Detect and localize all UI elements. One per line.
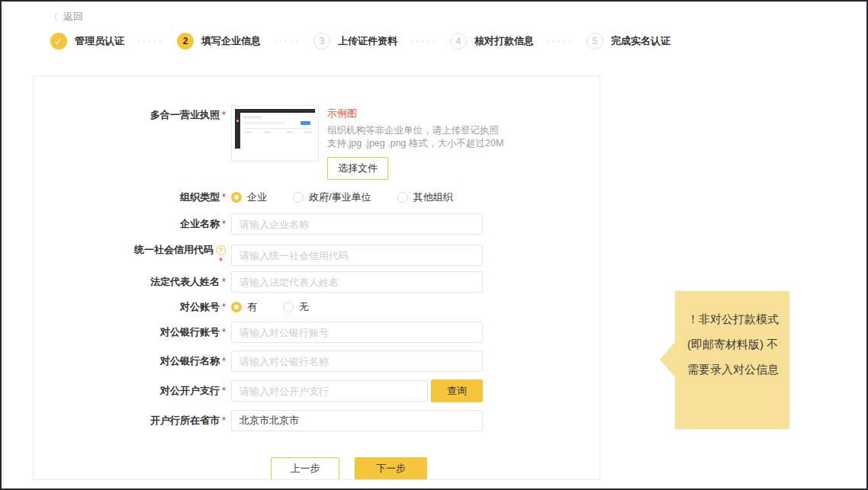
credit-code-row: 统一社会信用代码 ? * [34, 244, 600, 267]
previous-step-button[interactable]: 上一步 [271, 457, 339, 480]
required-asterisk: * [222, 415, 226, 426]
radio-org-government[interactable]: 政府/事业单位 [293, 191, 371, 204]
required-asterisk: * [222, 218, 226, 229]
step-complete-verification: 5 完成实名认证 [587, 33, 670, 50]
tooltip-text: ！非对公打款模式 (即邮寄材料版) 不需要录入对公信息 [687, 306, 780, 382]
step-separator-dots: ····· [410, 36, 437, 46]
step-number-3: 3 [313, 33, 330, 50]
choose-file-button[interactable]: 选择文件 [327, 157, 388, 180]
bank-branch-label: 对公开户支行* [34, 385, 231, 397]
radio-selected-icon [231, 192, 242, 203]
license-upload-row: 多合一营业执照* 示例图 组织机构等非企业单位，请上传登记执照 [34, 105, 600, 180]
step-label: 填写企业信息 [201, 34, 261, 48]
stepper: ✓ 管理员认证 ····· 2 填写企业信息 ····· 3 上传证件资料 ··… [50, 33, 670, 50]
radio-selected-icon [231, 302, 242, 312]
legal-person-label: 法定代表人姓名* [34, 276, 231, 288]
bank-name-row: 对公银行名称* [34, 351, 600, 372]
license-label: 多合一营业执照* [34, 105, 231, 121]
enterprise-verification-page: 〈 返回 ✓ 管理员认证 ····· 2 填写企业信息 ····· 3 上传证件… [0, 0, 868, 490]
radio-account-yes[interactable]: 有 [231, 300, 257, 314]
step-label: 管理员认证 [75, 34, 124, 48]
bank-region-input[interactable] [231, 410, 483, 431]
step-admin-verified: ✓ 管理员认证 [50, 33, 124, 50]
org-type-label: 组织类型* [34, 191, 231, 203]
radio-icon [397, 192, 408, 203]
bank-name-input[interactable] [231, 351, 483, 372]
corporate-account-label: 对公账号* [34, 301, 231, 313]
radio-org-enterprise[interactable]: 企业 [231, 191, 267, 204]
company-name-label: 企业名称* [34, 218, 231, 230]
step-label: 上传证件资料 [338, 34, 397, 48]
step-number-5: 5 [587, 33, 603, 50]
credit-code-input[interactable] [231, 245, 483, 266]
legal-person-row: 法定代表人姓名* [34, 271, 600, 293]
bank-account-label: 对公银行账号* [34, 326, 231, 338]
required-asterisk: * [222, 109, 226, 120]
bank-name-label: 对公银行名称* [34, 355, 231, 367]
bank-account-input[interactable] [231, 322, 483, 343]
chevron-left-icon: 〈 [49, 11, 58, 24]
tooltip-callout: ！非对公打款模式 (即邮寄材料版) 不需要录入对公信息 [675, 291, 789, 429]
next-step-button[interactable]: 下一步 [355, 457, 427, 480]
radio-org-other[interactable]: 其他组织 [397, 191, 453, 204]
bank-region-label: 开户行所在省市* [34, 415, 231, 427]
required-asterisk: * [222, 301, 226, 312]
step-number-2: 2 [177, 33, 194, 50]
form-actions: 上一步 下一步 [271, 457, 600, 480]
tooltip-arrow-left [660, 342, 675, 377]
step-number-4: 4 [450, 33, 467, 50]
required-asterisk: * [222, 276, 226, 287]
company-name-row: 企业名称* [34, 213, 600, 235]
required-asterisk: * [222, 191, 226, 203]
radio-account-no[interactable]: 无 [283, 300, 309, 314]
step-label: 完成实名认证 [611, 34, 670, 48]
step-separator-dots: ····· [137, 36, 164, 46]
radio-icon [293, 192, 304, 203]
legal-person-input[interactable] [231, 271, 483, 293]
corporate-account-row: 对公账号* 有 无 [34, 300, 600, 314]
check-icon: ✓ [50, 33, 67, 50]
company-name-input[interactable] [231, 213, 483, 235]
bank-branch-row: 对公开户支行* 查询 [34, 380, 600, 402]
help-question-icon[interactable]: ? [216, 245, 226, 255]
bank-branch-input[interactable] [231, 380, 428, 402]
back-label: 返回 [63, 10, 83, 24]
org-type-row: 组织类型* 企业 政府/事业单位 其他组织 [34, 191, 600, 204]
required-asterisk: * [222, 355, 226, 367]
sample-image-link[interactable]: 示例图 [327, 107, 503, 120]
license-hint: 组织机构等非企业单位，请上传登记执照 支持.jpg .jpeg .png 格式，… [327, 124, 503, 150]
credit-code-label: 统一社会信用代码 ? * [34, 244, 231, 267]
required-asterisk: * [222, 326, 226, 338]
license-sample-thumbnail [231, 105, 319, 162]
query-button[interactable]: 查询 [431, 380, 483, 402]
back-button[interactable]: 〈 返回 [49, 10, 83, 24]
radio-icon [283, 302, 294, 312]
step-company-info: 2 填写企业信息 [177, 33, 261, 50]
required-asterisk: * [219, 255, 223, 267]
company-info-form-card: 多合一营业执照* 示例图 组织机构等非企业单位，请上传登记执照 [33, 75, 600, 480]
step-separator-dots: ····· [547, 36, 574, 46]
bank-region-row: 开户行所在省市* [34, 410, 600, 431]
step-verify-payment: 4 核对打款信息 [450, 33, 534, 50]
step-upload-documents: 3 上传证件资料 [313, 33, 397, 50]
step-separator-dots: ····· [274, 36, 301, 46]
required-asterisk: * [222, 385, 226, 396]
step-label: 核对打款信息 [474, 34, 534, 48]
bank-account-row: 对公银行账号* [34, 322, 600, 343]
